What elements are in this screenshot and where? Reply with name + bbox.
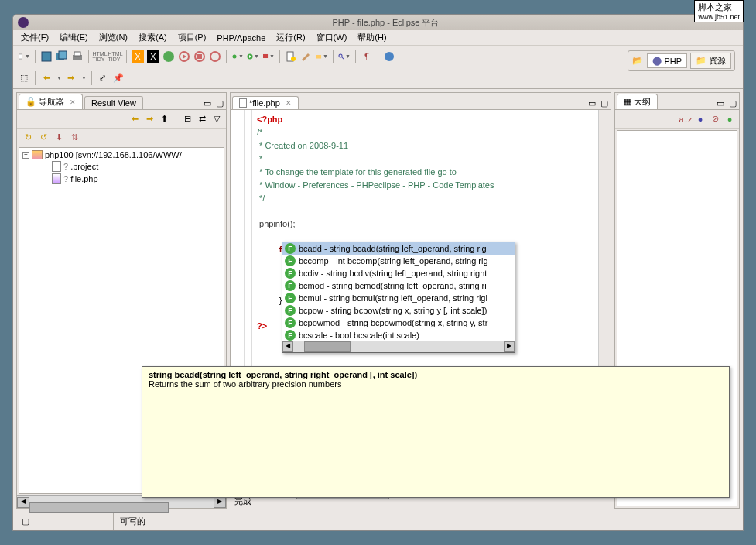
save-all-button[interactable] bbox=[56, 50, 68, 63]
run-button[interactable]: ▼ bbox=[247, 50, 259, 63]
open-perspective-button[interactable]: 📂 bbox=[631, 55, 644, 67]
refresh-icon[interactable]: ↻ bbox=[22, 131, 34, 143]
forward-button[interactable]: ➡ bbox=[65, 72, 77, 84]
html-tidy-icon[interactable]: HTMLTIDY bbox=[94, 50, 106, 63]
completion-item[interactable]: Fbcpowmod - string bcpowmod(string x, st… bbox=[282, 317, 515, 329]
progress-icon[interactable]: ▢ bbox=[19, 516, 32, 528]
sort-icon[interactable]: a↓z bbox=[679, 113, 692, 125]
documentation-popup: string bcadd(string left_operand, string… bbox=[142, 366, 730, 498]
svg-rect-0 bbox=[19, 53, 22, 58]
function-icon: F bbox=[285, 280, 296, 291]
completion-item[interactable]: Fbcmul - string bcmul(string left_operan… bbox=[282, 292, 515, 304]
menu-window[interactable]: 窗口(W) bbox=[312, 30, 352, 45]
perspective-php[interactable]: ⬤PHP bbox=[647, 53, 687, 68]
code-completion-popup[interactable]: Fbcadd - string bcadd(string left_operan… bbox=[282, 242, 515, 353]
function-icon: F bbox=[285, 317, 296, 328]
completion-hscroll[interactable]: ◀ ▶ bbox=[282, 341, 515, 352]
debug-button[interactable]: ▼ bbox=[231, 50, 244, 63]
pin-icon[interactable]: 📌 bbox=[112, 72, 125, 84]
menu-help[interactable]: 帮助(H) bbox=[353, 30, 391, 45]
function-icon: F bbox=[285, 243, 296, 254]
apache-restart-icon[interactable] bbox=[209, 50, 221, 63]
tree-expand-icon[interactable]: − bbox=[22, 152, 29, 159]
fwd-nav-icon[interactable]: ➡ bbox=[143, 113, 156, 125]
close-icon[interactable]: ✕ bbox=[70, 98, 76, 106]
scroll-thumb[interactable] bbox=[304, 341, 351, 352]
svg-text:¶: ¶ bbox=[364, 52, 369, 61]
sql-icon[interactable] bbox=[162, 50, 175, 63]
menu-project[interactable]: 项目(P) bbox=[173, 30, 211, 45]
svg-line-24 bbox=[342, 57, 344, 59]
ext-tools-button[interactable]: ▼ bbox=[262, 50, 275, 63]
link-editor-icon[interactable]: ⇄ bbox=[196, 113, 208, 125]
maximize-icon[interactable]: ▢ bbox=[598, 97, 611, 109]
scroll-left-icon[interactable]: ◀ bbox=[282, 341, 293, 352]
x-icon[interactable]: X bbox=[147, 50, 159, 63]
menu-browse[interactable]: 浏览(N) bbox=[94, 30, 132, 45]
completion-item[interactable]: Fbccomp - int bccomp(string left_operand… bbox=[282, 255, 515, 267]
menu-phpapache[interactable]: PHP/Apache bbox=[212, 32, 270, 44]
menu-file[interactable]: 文件(F) bbox=[16, 30, 53, 45]
world-icon[interactable] bbox=[383, 50, 395, 63]
maximize-icon[interactable]: ▢ bbox=[727, 97, 739, 109]
up-nav-icon[interactable]: ⬆ bbox=[158, 113, 170, 125]
tree-project-root[interactable]: − php100 [svn://192.168.1.106/WWW/ bbox=[21, 149, 222, 160]
tab-result-view[interactable]: Result View bbox=[84, 96, 143, 109]
scroll-left-icon[interactable]: ◀ bbox=[17, 497, 29, 508]
xampp-icon[interactable]: X bbox=[132, 50, 144, 63]
folder-icon bbox=[32, 150, 43, 159]
completion-item[interactable]: Fbcmod - string bcmod(string left_operan… bbox=[282, 279, 515, 292]
project-label: php100 [svn://192.168.1.106/WWW/ bbox=[45, 150, 182, 159]
commit-icon[interactable]: ↺ bbox=[37, 131, 50, 143]
completion-item[interactable]: Fbcadd - string bcadd(string left_operan… bbox=[282, 242, 515, 255]
hide-nonpublic-icon[interactable]: ● bbox=[694, 113, 706, 125]
tab-editor-file[interactable]: *file.php ✕ bbox=[232, 96, 299, 109]
completion-item[interactable]: Fbcscale - bool bcscale(int scale) bbox=[282, 329, 515, 341]
view-menu-icon[interactable]: ▽ bbox=[210, 113, 223, 125]
new-php-button[interactable] bbox=[285, 50, 297, 63]
scroll-right-icon[interactable]: ▶ bbox=[214, 497, 226, 508]
menu-run[interactable]: 运行(R) bbox=[272, 30, 310, 45]
php-file-icon bbox=[52, 173, 61, 184]
menu-search[interactable]: 搜索(A) bbox=[134, 30, 172, 45]
function-icon: F bbox=[285, 293, 296, 303]
back-nav-icon[interactable]: ⬅ bbox=[128, 113, 141, 125]
close-icon[interactable]: ✕ bbox=[286, 99, 292, 107]
apache-start-icon[interactable] bbox=[178, 50, 190, 63]
annotation-button[interactable]: ¶ bbox=[361, 50, 373, 63]
completion-item[interactable]: Fbcdiv - string bcdiv(string left_operan… bbox=[282, 267, 515, 279]
hide-static-icon[interactable]: ⊘ bbox=[709, 113, 721, 125]
collapse-all-icon[interactable]: ⊟ bbox=[181, 113, 193, 125]
function-icon: F bbox=[285, 255, 296, 266]
maximize-icon[interactable]: ▢ bbox=[214, 97, 226, 109]
svg-point-23 bbox=[339, 53, 342, 57]
folder-button[interactable]: ▼ bbox=[316, 50, 328, 63]
collapse-icon[interactable]: ⬚ bbox=[18, 72, 30, 84]
print-button[interactable] bbox=[71, 50, 84, 63]
new-button[interactable]: ▼ bbox=[18, 50, 30, 63]
scroll-right-icon[interactable]: ▶ bbox=[504, 341, 515, 352]
svg-text:X: X bbox=[135, 52, 141, 61]
apache-stop-icon[interactable] bbox=[193, 50, 206, 63]
tab-navigator[interactable]: 🔓 导航器 ✕ bbox=[19, 94, 83, 109]
html-tidy2-icon[interactable]: HTMLTIDY bbox=[109, 50, 121, 63]
tab-outline[interactable]: ▦ 大纲 bbox=[617, 94, 658, 109]
minimize-icon[interactable]: ▭ bbox=[714, 97, 727, 109]
tree-file-php[interactable]: ? file.php bbox=[21, 173, 222, 185]
perspective-resource[interactable]: 📁资源 bbox=[690, 53, 731, 69]
menu-edit[interactable]: 编辑(E) bbox=[55, 30, 93, 45]
hide-local-icon[interactable]: ● bbox=[724, 113, 736, 125]
minimize-icon[interactable]: ▭ bbox=[201, 97, 214, 109]
save-button[interactable] bbox=[40, 50, 53, 63]
function-icon: F bbox=[285, 305, 296, 316]
expand-icon[interactable]: ⤢ bbox=[97, 72, 109, 84]
update-icon[interactable]: ⬇ bbox=[53, 131, 65, 143]
edit-php-button[interactable] bbox=[300, 50, 313, 63]
search-button[interactable]: ▼ bbox=[338, 50, 351, 63]
completion-item[interactable]: Fbcpow - string bcpow(string x, string y… bbox=[282, 304, 515, 317]
minimize-icon[interactable]: ▭ bbox=[586, 97, 598, 109]
outline-icon: ▦ bbox=[624, 97, 631, 107]
back-button[interactable]: ⬅ bbox=[40, 72, 53, 84]
sync-icon[interactable]: ⇅ bbox=[68, 131, 80, 143]
tree-file-project[interactable]: ? .project bbox=[21, 160, 222, 173]
